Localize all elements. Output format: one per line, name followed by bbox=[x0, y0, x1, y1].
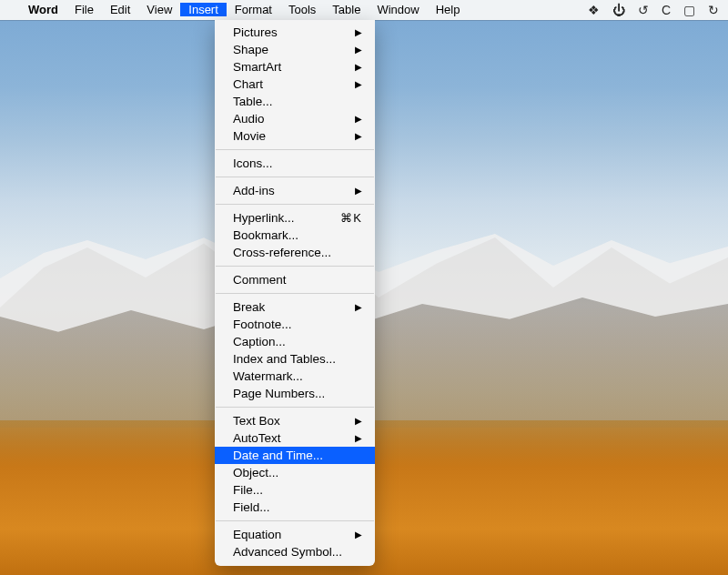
menuitem-bookmark[interactable]: Bookmark... bbox=[215, 227, 375, 244]
apple-menu-icon[interactable] bbox=[0, 0, 20, 20]
menu-help[interactable]: Help bbox=[428, 3, 469, 16]
menuitem-icons[interactable]: Icons... bbox=[215, 155, 375, 172]
menuitem-label: Index and Tables... bbox=[233, 352, 362, 366]
menuitem-label: Add-ins bbox=[233, 184, 355, 197]
menuitem-text-box[interactable]: Text Box▶ bbox=[215, 412, 375, 429]
menuitem-cross-reference[interactable]: Cross-reference... bbox=[215, 244, 375, 261]
submenu-arrow-icon: ▶ bbox=[355, 416, 362, 426]
menu-edit[interactable]: Edit bbox=[102, 3, 138, 16]
menu-table[interactable]: Table bbox=[324, 3, 369, 16]
menuitem-label: Advanced Symbol... bbox=[233, 545, 362, 559]
submenu-arrow-icon: ▶ bbox=[355, 79, 362, 89]
power-icon[interactable]: ⏻ bbox=[612, 3, 625, 17]
submenu-arrow-icon: ▶ bbox=[355, 114, 362, 124]
menuitem-label: Chart bbox=[233, 77, 355, 91]
menu-separator bbox=[216, 520, 374, 521]
submenu-arrow-icon: ▶ bbox=[355, 131, 362, 141]
submenu-arrow-icon: ▶ bbox=[355, 302, 362, 312]
menuitem-object[interactable]: Object... bbox=[215, 464, 375, 481]
menuitem-label: Caption... bbox=[233, 335, 362, 348]
crescent-icon[interactable]: C bbox=[662, 3, 671, 17]
menuitem-shortcut: ⌘K bbox=[340, 211, 362, 225]
menuitem-caption[interactable]: Caption... bbox=[215, 333, 375, 350]
menuitem-label: Table... bbox=[233, 95, 362, 108]
menuitem-break[interactable]: Break▶ bbox=[215, 298, 375, 316]
menubar: Word FileEditViewInsertFormatToolsTableW… bbox=[0, 0, 728, 20]
menu-separator bbox=[216, 149, 374, 150]
menuitem-label: Watermark... bbox=[233, 369, 362, 383]
menuitem-date-and-time[interactable]: Date and Time... bbox=[215, 447, 375, 464]
airplay-icon[interactable]: ▢ bbox=[683, 3, 695, 17]
submenu-arrow-icon: ▶ bbox=[355, 45, 362, 55]
menuitem-label: Equation bbox=[233, 528, 355, 541]
app-name[interactable]: Word bbox=[20, 0, 66, 20]
menuitem-file[interactable]: File... bbox=[215, 481, 375, 499]
menuitem-add-ins[interactable]: Add-ins▶ bbox=[215, 182, 375, 199]
menuitem-footnote[interactable]: Footnote... bbox=[215, 316, 375, 333]
menuitem-label: Comment bbox=[233, 273, 362, 287]
menuitem-audio[interactable]: Audio▶ bbox=[215, 110, 375, 127]
menu-separator bbox=[216, 177, 374, 177]
menu-separator bbox=[216, 204, 374, 205]
submenu-arrow-icon: ▶ bbox=[355, 433, 362, 443]
submenu-arrow-icon: ▶ bbox=[355, 186, 362, 196]
menuitem-watermark[interactable]: Watermark... bbox=[215, 368, 375, 385]
menu-view[interactable]: View bbox=[138, 3, 180, 16]
menuitem-label: Pictures bbox=[233, 25, 355, 39]
menuitem-label: Break bbox=[233, 300, 355, 314]
time-machine-icon[interactable]: ↻ bbox=[708, 3, 719, 17]
menuitem-field[interactable]: Field... bbox=[215, 499, 375, 516]
menuitem-chart[interactable]: Chart▶ bbox=[215, 76, 375, 93]
dropbox-icon[interactable]: ❖ bbox=[588, 3, 600, 17]
submenu-arrow-icon: ▶ bbox=[355, 27, 362, 37]
menuitem-page-numbers[interactable]: Page Numbers... bbox=[215, 385, 375, 402]
menuitem-label: Footnote... bbox=[233, 318, 362, 331]
menuitem-equation[interactable]: Equation▶ bbox=[215, 526, 375, 543]
menuitem-label: Cross-reference... bbox=[233, 246, 362, 259]
menuitem-label: AutoText bbox=[233, 431, 355, 445]
menu-window[interactable]: Window bbox=[369, 3, 427, 16]
menu-separator bbox=[216, 293, 374, 294]
submenu-arrow-icon: ▶ bbox=[355, 530, 362, 540]
menu-insert[interactable]: Insert bbox=[180, 3, 227, 16]
menuitem-table[interactable]: Table... bbox=[215, 93, 375, 110]
menuitem-label: Field... bbox=[233, 500, 362, 514]
menuitem-label: Date and Time... bbox=[233, 449, 362, 462]
menuitem-label: Object... bbox=[233, 466, 362, 479]
menuitem-label: Hyperlink... bbox=[233, 211, 340, 225]
menuitem-advanced-symbol[interactable]: Advanced Symbol... bbox=[215, 543, 375, 560]
menuitem-smartart[interactable]: SmartArt▶ bbox=[215, 58, 375, 76]
menuitem-label: Page Numbers... bbox=[233, 387, 362, 400]
menuitem-index-and-tables[interactable]: Index and Tables... bbox=[215, 350, 375, 368]
menuitem-hyperlink[interactable]: Hyperlink...⌘K bbox=[215, 209, 375, 227]
menuitem-label: Audio bbox=[233, 112, 355, 126]
menuitem-label: Bookmark... bbox=[233, 228, 362, 242]
menu-tools[interactable]: Tools bbox=[280, 3, 324, 16]
menuitem-label: File... bbox=[233, 483, 362, 497]
menuitem-movie[interactable]: Movie▶ bbox=[215, 127, 375, 145]
sync-icon[interactable]: ↺ bbox=[638, 3, 649, 17]
menuitem-autotext[interactable]: AutoText▶ bbox=[215, 429, 375, 447]
menuitem-shape[interactable]: Shape▶ bbox=[215, 41, 375, 58]
insert-menu-dropdown: Pictures▶Shape▶SmartArt▶Chart▶Table...Au… bbox=[215, 20, 375, 566]
submenu-arrow-icon: ▶ bbox=[355, 62, 362, 72]
menu-separator bbox=[216, 266, 374, 267]
menu-file[interactable]: File bbox=[66, 3, 102, 16]
menuitem-label: Icons... bbox=[233, 156, 362, 170]
menu-format[interactable]: Format bbox=[227, 3, 280, 16]
menuitem-comment[interactable]: Comment bbox=[215, 271, 375, 288]
menuitem-pictures[interactable]: Pictures▶ bbox=[215, 24, 375, 41]
menuitem-label: Movie bbox=[233, 129, 355, 143]
menu-separator bbox=[216, 407, 374, 408]
menuitem-label: Text Box bbox=[233, 414, 355, 428]
menuitem-label: SmartArt bbox=[233, 60, 355, 74]
menuitem-label: Shape bbox=[233, 43, 355, 56]
